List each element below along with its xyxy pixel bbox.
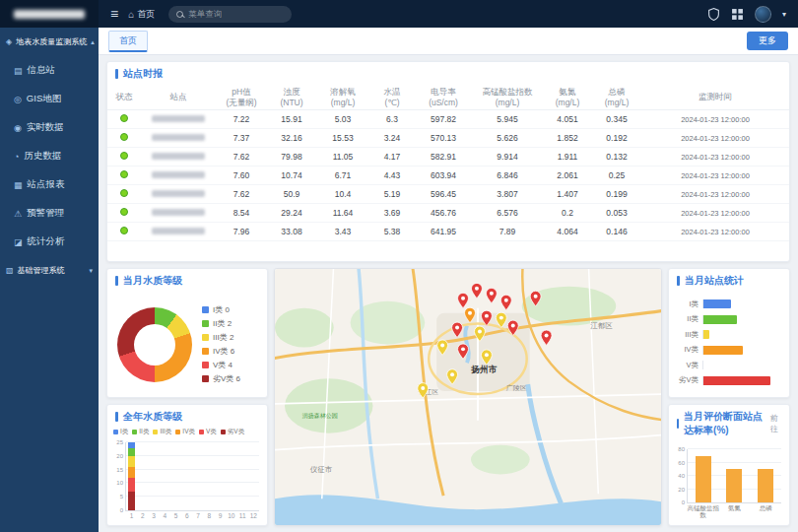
sidebar-item-gis-map[interactable]: ◎GIS地图 (0, 85, 99, 113)
col-conductivity: 电导率(uS/cm) (415, 85, 472, 110)
grid-icon[interactable] (731, 8, 744, 21)
annual-quality-panel: 全年水质等级 I类II类III类IV类V类劣V类 051015202512345… (106, 404, 268, 526)
app-logo[interactable] (0, 0, 99, 28)
legend-item[interactable]: IV类 (175, 428, 195, 436)
more-button[interactable]: 更多 (747, 32, 788, 50)
sidebar-group-basic-management[interactable]: ▧ 基础管理系统 ▾ (0, 256, 99, 285)
x-tick-label: 8 (208, 512, 212, 519)
breadcrumb-home[interactable]: ⌂ 首页 (128, 8, 155, 21)
legend-swatch (202, 362, 209, 368)
stacked-bar (151, 442, 158, 510)
realtime-data-icon: ◉ (14, 123, 22, 133)
x-tick-label: 氨氮 (717, 504, 751, 511)
go-link[interactable]: 前往 (770, 413, 781, 434)
cell-ph: 7.62 (216, 148, 267, 166)
cell-water-temp: 4.43 (369, 166, 415, 185)
tab-home[interactable]: 首页 (108, 31, 148, 52)
y-tick-label: 20 (678, 487, 685, 493)
status-ok-dot (120, 170, 128, 178)
cell-station (141, 148, 216, 166)
cell-monitor-time: 2024-01-23 12:00:00 (641, 185, 789, 204)
legend-item[interactable]: II类 2 (202, 318, 240, 329)
hamburger-menu-icon[interactable]: ≡ (110, 7, 118, 21)
legend-item[interactable]: 劣V类 (221, 428, 244, 436)
category-label: I类 (673, 299, 698, 309)
sidebar-item-statistics-analysis[interactable]: ◪统计分析 (0, 228, 99, 256)
hbar-chart: I类II类III类IV类V类劣V类 (669, 292, 789, 397)
map-label: 仪征市 (310, 465, 333, 474)
col-total-phosphorus: 总磷(mg/L) (592, 85, 641, 110)
title-accent (115, 69, 118, 79)
cell-dissolved-oxygen: 6.71 (316, 166, 369, 185)
sidebar-group-surface-water-system[interactable]: ◈ 地表水质量监测系统 ▴ (0, 28, 99, 56)
cell-water-temp: 6.3 (369, 110, 415, 129)
station-table-head: 状态站点pH值(无量纲)浊度(NTU)溶解氧(mg/L)水温(℃)电导率(uS/… (107, 85, 789, 110)
bar-slot: 9 (215, 442, 226, 510)
cell-station (141, 185, 216, 204)
table-row[interactable]: 7.6010.746.714.43603.946.8462.0610.25202… (107, 166, 789, 185)
logo-text-redacted (14, 10, 85, 19)
stacked-bar (140, 442, 147, 510)
cell-turbidity: 33.08 (267, 223, 316, 241)
chevron-down-icon[interactable]: ▾ (782, 10, 786, 19)
legend-item[interactable]: V类 (199, 428, 217, 436)
legend-item[interactable]: II类 (132, 428, 149, 436)
cell-codmn: 5.626 (472, 129, 543, 148)
category-label: V类 (673, 361, 698, 370)
bar-segment-IV类 (128, 467, 135, 478)
cell-status (107, 185, 141, 204)
title-accent (115, 276, 118, 286)
legend-item[interactable]: III类 (153, 428, 171, 436)
table-row[interactable]: 8.5429.2411.643.69456.766.5760.20.053202… (107, 204, 789, 223)
stacked-bar (162, 442, 168, 510)
sidebar-item-station-report[interactable]: ▦站点报表 (0, 170, 99, 199)
legend-item[interactable]: IV类 6 (202, 346, 240, 357)
y-tick-label: 60 (678, 460, 685, 466)
sidebar: ◈ 地表水质量监测系统 ▴ ▤信息站◎GIS地图◉实时数据◔历史数据▦站点报表⚠… (0, 28, 99, 532)
legend-item[interactable]: I类 (113, 428, 128, 436)
legend-label: IV类 6 (213, 346, 234, 357)
legend-item[interactable]: V类 4 (202, 360, 240, 370)
legend-item[interactable]: III类 2 (202, 332, 240, 343)
legend-item[interactable]: I类 0 (202, 304, 240, 315)
search-input[interactable] (188, 9, 284, 19)
map-label: 广陵区 (506, 384, 527, 391)
hbar-III类 (703, 330, 709, 339)
cell-station (141, 223, 216, 241)
stacked-bar (239, 442, 246, 510)
donut-chart-area: I类 0II类 2III类 2IV类 6V类 4劣V类 6 (107, 292, 267, 397)
user-avatar[interactable] (755, 6, 771, 23)
table-row[interactable]: 7.6279.9811.054.17582.919.9141.9110.1322… (107, 148, 789, 166)
category-label: III类 (673, 330, 698, 340)
sidebar-item-info-station[interactable]: ▤信息站 (0, 56, 99, 85)
station-report-panel: 站点时报 状态站点pH值(无量纲)浊度(NTU)溶解氧(mg/L)水温(℃)电导… (106, 61, 790, 262)
hbar-IV类 (703, 346, 743, 355)
sidebar-item-history-data[interactable]: ◔历史数据 (0, 142, 99, 170)
table-row[interactable]: 7.3732.1615.533.24570.135.6261.8520.1922… (107, 129, 789, 148)
cell-total-phosphorus: 0.192 (592, 129, 641, 148)
cell-conductivity: 597.82 (415, 110, 472, 129)
sidebar-item-realtime-data[interactable]: ◉实时数据 (0, 113, 99, 142)
sidebar-item-alert-management[interactable]: ⚠预警管理 (0, 199, 99, 228)
table-row[interactable]: 7.2215.915.036.3597.825.9454.0510.345202… (107, 110, 789, 129)
category-label: IV类 (673, 345, 698, 355)
cell-total-phosphorus: 0.132 (592, 148, 641, 166)
hbar-row: 劣V类 (673, 375, 781, 385)
table-row[interactable]: 7.6250.910.45.19596.453.8071.4070.199202… (107, 185, 789, 204)
cell-status (107, 204, 141, 223)
panel-title: 当月评价断面站点达标率(%) (684, 410, 770, 437)
topbar: ≡ ⌂ 首页 ▾ (0, 0, 798, 28)
cell-dissolved-oxygen: 5.03 (316, 110, 369, 129)
col-turbidity: 浊度(NTU) (267, 85, 316, 110)
menu-search[interactable] (168, 6, 292, 23)
map-panel[interactable]: 扬州市邗江区广陵区江都区仪征市润扬森林公园 (274, 268, 662, 526)
sidebar-group-label: 地表水质量监测系统 (16, 36, 87, 47)
cell-water-temp: 5.38 (369, 223, 415, 241)
compliance-plot: 020406080高锰酸盐指数氨氮总磷 (687, 449, 781, 503)
map-label: 润扬森林公园 (302, 412, 338, 420)
sidebar-group-label: 基础管理系统 (18, 265, 65, 276)
status-ok-dot (120, 114, 128, 122)
table-row[interactable]: 7.9633.083.435.38641.957.894.0640.146202… (107, 223, 789, 241)
legend-item[interactable]: 劣V类 6 (202, 373, 240, 384)
shield-icon[interactable] (707, 8, 720, 21)
